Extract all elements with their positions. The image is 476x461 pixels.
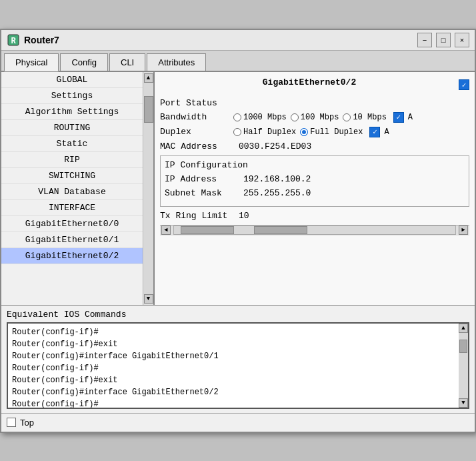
bandwidth-a-label: A <box>408 113 413 122</box>
eos-title: Equivalent IOS Commands <box>7 310 469 320</box>
tab-cli[interactable]: CLI <box>109 53 145 71</box>
radio-10mbps-indicator <box>343 113 351 121</box>
bandwidth-100mbps-label: 100 Mbps <box>301 113 339 122</box>
footer-bar: Top <box>1 413 475 432</box>
bandwidth-10mbps[interactable]: 10 Mbps <box>343 113 386 122</box>
ip-config-section: IP Configuration IP Address 192.168.100.… <box>160 155 469 207</box>
mac-address-label: MAC Address <box>160 141 233 151</box>
subnet-mask-row: Subnet Mask 255.255.255.0 <box>165 188 465 198</box>
terminal-line-4: Router(config-if)#exit <box>12 374 464 386</box>
terminal-scroll-track <box>459 333 468 398</box>
bandwidth-100mbps[interactable]: 100 Mbps <box>291 113 339 122</box>
bandwidth-1000mbps[interactable]: 1000 Mbps <box>233 113 287 122</box>
scroll-thumb[interactable] <box>144 96 153 123</box>
radio-100mbps-indicator <box>291 113 299 121</box>
duplex-half[interactable]: Half Duplex <box>233 127 296 137</box>
sidebar-item-global[interactable]: GLOBAL <box>1 72 143 88</box>
window-title: Router7 <box>24 35 59 45</box>
terminal-line-6: Router(config-if)# <box>12 398 464 409</box>
main-area: GLOBAL Settings Algorithm Settings ROUTI… <box>1 72 475 306</box>
duplex-full[interactable]: Full Duplex <box>300 127 363 137</box>
bandwidth-1000mbps-label: 1000 Mbps <box>243 113 287 122</box>
title-bar-controls: − □ × <box>417 33 469 47</box>
sidebar-wrapper: GLOBAL Settings Algorithm Settings ROUTI… <box>1 72 155 305</box>
terminal-box[interactable]: Router(config-if)# Router(config-if)#exi… <box>7 322 469 409</box>
terminal-line-1: Router(config-if)#exit <box>12 338 464 350</box>
sidebar-item-switching[interactable]: SWITCHING <box>1 168 143 184</box>
tx-ring-row: Tx Ring Limit 10 <box>160 211 469 221</box>
port-status-checkbox[interactable]: ✓ <box>459 79 469 90</box>
bandwidth-label: Bandwidth <box>160 112 233 122</box>
sidebar-item-static[interactable]: Static <box>1 136 143 152</box>
title-bar: R Router7 − □ × <box>1 30 475 51</box>
ip-address-label: IP Address <box>165 174 238 184</box>
subnet-mask-value: 255.255.255.0 <box>243 188 311 198</box>
sidebar-item-vlan-database[interactable]: VLAN Database <box>1 184 143 200</box>
duplex-half-label: Half Duplex <box>243 127 296 137</box>
mac-address-value: 0030.F254.ED03 <box>239 141 311 151</box>
sidebar-item-ge02[interactable]: GigabitEthernet0/2 <box>1 248 143 264</box>
terminal-scroll-down-button[interactable]: ▼ <box>459 398 468 408</box>
ip-address-row: IP Address 192.168.100.2 <box>165 174 465 184</box>
close-button[interactable]: × <box>455 33 469 47</box>
h-scroll-thumb-right[interactable] <box>254 226 307 234</box>
tx-ring-label: Tx Ring Limit <box>160 211 233 221</box>
terminal-line-3: Router(config-if)# <box>12 362 464 374</box>
tab-physical[interactable]: Physical <box>4 53 59 71</box>
sidebar-list: GLOBAL Settings Algorithm Settings ROUTI… <box>1 72 143 305</box>
content-area: GigabitEthernet0/2 ✓ Port Status Bandwid… <box>155 72 475 305</box>
duplex-row: Duplex Half Duplex Full Duplex ✓ A <box>160 127 469 137</box>
terminal-scrollbar: ▲ ▼ <box>459 324 468 408</box>
bottom-section: Equivalent IOS Commands Router(config-if… <box>1 306 475 413</box>
h-scroll-right-button[interactable]: ► <box>459 225 468 235</box>
radio-1000mbps-indicator <box>233 113 241 121</box>
scroll-up-button[interactable]: ▲ <box>144 73 153 83</box>
ip-config-title: IP Configuration <box>165 160 465 170</box>
sidebar-item-settings[interactable]: Settings <box>1 88 143 104</box>
sidebar-item-ge01[interactable]: GigabitEthernet0/1 <box>1 232 143 248</box>
tx-ring-value: 10 <box>239 211 249 221</box>
horizontal-scrollbar: ◄ ► <box>160 225 469 236</box>
tab-bar: Physical Config CLI Attributes <box>1 51 475 72</box>
terminal-scroll-up-button[interactable]: ▲ <box>459 324 468 333</box>
terminal-line-2: Router(config)#interface GigabitEthernet… <box>12 350 464 362</box>
sidebar-item-ge00[interactable]: GigabitEthernet0/0 <box>1 216 143 232</box>
main-window: R Router7 − □ × Physical Config CLI Attr… <box>0 29 476 433</box>
sidebar-item-routing[interactable]: ROUTING <box>1 120 143 136</box>
subnet-mask-label: Subnet Mask <box>165 188 238 198</box>
radio-half-duplex-indicator <box>233 128 241 136</box>
h-scroll-thumb-left[interactable] <box>181 226 234 234</box>
sidebar-item-algorithm-settings[interactable]: Algorithm Settings <box>1 104 143 120</box>
mac-address-row: MAC Address 0030.F254.ED03 <box>160 141 469 151</box>
port-status-label: Port Status <box>160 98 233 108</box>
tab-attributes[interactable]: Attributes <box>147 53 206 71</box>
minimize-button[interactable]: − <box>417 33 432 47</box>
duplex-full-label: Full Duplex <box>310 127 363 137</box>
duplex-radio-group: Half Duplex Full Duplex ✓ A <box>233 127 469 137</box>
terminal-scroll-thumb[interactable] <box>459 340 467 353</box>
maximize-button[interactable]: □ <box>436 33 451 47</box>
duplex-a-label: A <box>384 127 389 137</box>
terminal-line-5: Router(config)#interface GigabitEthernet… <box>12 386 464 398</box>
top-checkbox[interactable] <box>7 418 16 427</box>
scroll-down-button[interactable]: ▼ <box>144 294 153 304</box>
h-scroll-track <box>173 225 456 235</box>
scroll-track <box>144 83 153 294</box>
terminal-line-0: Router(config-if)# <box>12 326 464 338</box>
radio-full-duplex-indicator <box>300 128 308 136</box>
bandwidth-radio-group: 1000 Mbps 100 Mbps 10 Mbps ✓ A <box>233 112 469 123</box>
duplex-label: Duplex <box>160 127 233 137</box>
svg-text:R: R <box>11 37 16 46</box>
sidebar-scrollbar: ▲ ▼ <box>143 72 153 305</box>
bandwidth-10mbps-label: 10 Mbps <box>353 113 386 122</box>
bandwidth-checkbox[interactable]: ✓ <box>393 112 404 123</box>
sidebar-item-interface[interactable]: INTERFACE <box>1 200 143 216</box>
h-scroll-left-button[interactable]: ◄ <box>161 225 171 235</box>
port-status-row: Port Status <box>160 98 469 108</box>
tab-config[interactable]: Config <box>60 53 108 71</box>
bandwidth-row: Bandwidth 1000 Mbps 100 Mbps 10 Mbps ✓ <box>160 112 469 123</box>
duplex-checkbox[interactable]: ✓ <box>369 127 380 137</box>
sidebar-item-rip[interactable]: RIP <box>1 152 143 168</box>
ip-address-value: 192.168.100.2 <box>243 174 311 184</box>
title-bar-left: R Router7 <box>7 33 59 47</box>
